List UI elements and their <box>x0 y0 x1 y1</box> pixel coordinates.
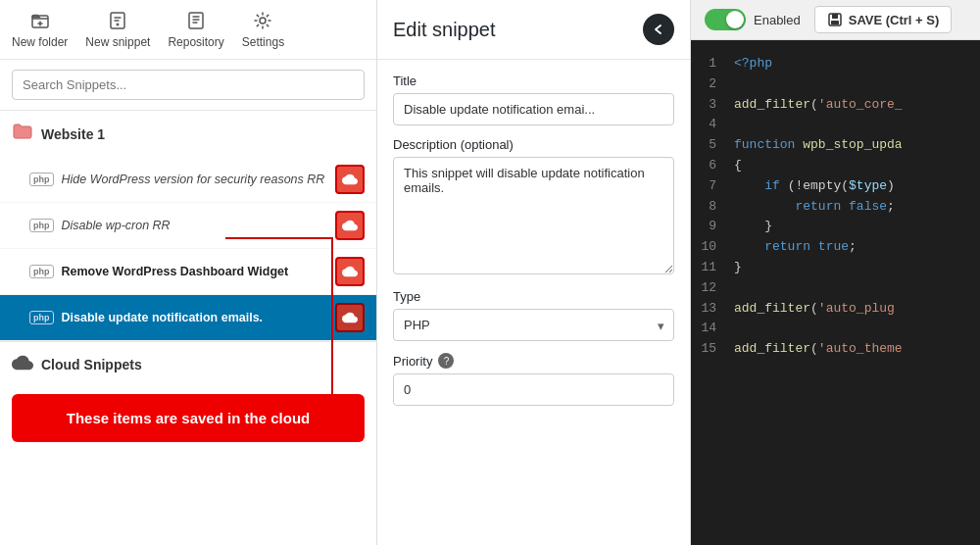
new-snippet-icon <box>107 10 128 31</box>
code-line: { <box>734 156 972 176</box>
toggle-thumb <box>726 11 744 28</box>
php-badge: php <box>29 173 54 186</box>
callout-area: These items are saved in the cloud <box>0 394 376 442</box>
middle-panel: Edit snippet Title Description (optional… <box>377 0 691 545</box>
priority-label-group: Priority ? <box>393 353 674 369</box>
type-field-group: Type PHP HTML CSS JavaScript ▾ <box>393 289 674 341</box>
new-folder-label: New folder <box>12 35 68 49</box>
cloud-icon <box>342 218 358 233</box>
help-icon[interactable]: ? <box>438 353 454 369</box>
code-line <box>734 319 972 339</box>
type-label: Type <box>393 289 674 304</box>
cloud-sync-button[interactable] <box>335 165 365 194</box>
cloud-icon <box>342 310 358 325</box>
toggle-track[interactable] <box>705 9 746 30</box>
php-badge: php <box>29 219 54 232</box>
settings-icon <box>252 10 273 31</box>
toggle-label: Enabled <box>754 13 801 27</box>
code-editor[interactable]: 1 2 3 4 5 6 7 8 9 10 11 12 13 14 15 <?ph… <box>691 40 980 545</box>
code-line: return true; <box>734 237 972 258</box>
settings-label: Settings <box>242 35 284 49</box>
code-line: function wpb_stop_upda <box>734 135 972 156</box>
title-input[interactable] <box>393 93 674 125</box>
callout-text: These items are saved in the cloud <box>67 410 310 426</box>
new-folder-button[interactable]: New folder <box>12 10 68 49</box>
connector-line-horizontal <box>225 237 333 239</box>
new-snippet-button[interactable]: New snippet <box>85 10 150 49</box>
save-label: SAVE (Ctrl + S) <box>849 13 940 27</box>
description-field-group: Description (optional) This snippet will… <box>393 137 674 277</box>
snippet-label: Remove WordPress Dashboard Widget <box>62 265 332 278</box>
code-line <box>734 278 972 299</box>
cloud-sync-button[interactable] <box>335 257 365 286</box>
repository-button[interactable]: Repository <box>168 10 223 49</box>
code-line: <?php <box>734 54 972 74</box>
priority-input[interactable] <box>393 373 674 406</box>
code-line: } <box>734 258 972 278</box>
code-line: add_filter('auto_theme <box>734 339 972 360</box>
svg-point-4 <box>650 21 667 38</box>
code-line <box>734 74 972 95</box>
svg-rect-7 <box>831 21 839 25</box>
description-textarea[interactable]: This snippet will disable update notific… <box>393 157 674 274</box>
cloud-icon <box>342 172 358 187</box>
editor-toolbar: Enabled SAVE (Ctrl + S) <box>691 0 980 40</box>
snippet-item-active[interactable]: php Disable update notification emails. <box>0 295 376 341</box>
site-header: Website 1 <box>0 111 376 157</box>
priority-field-group: Priority ? <box>393 353 674 406</box>
save-button[interactable]: SAVE (Ctrl + S) <box>814 6 953 33</box>
code-line: add_filter('auto_plug <box>734 299 972 320</box>
folder-icon <box>12 121 33 147</box>
edit-header: Edit snippet <box>377 0 690 60</box>
repository-label: Repository <box>168 35 223 49</box>
snippet-label: Hide WordPress version for security reas… <box>62 173 332 186</box>
callout-box: These items are saved in the cloud <box>12 394 365 442</box>
new-snippet-label: New snippet <box>85 35 150 49</box>
type-select-wrapper: PHP HTML CSS JavaScript ▾ <box>393 309 674 341</box>
toggle-switch[interactable]: Enabled <box>705 9 801 30</box>
snippet-item[interactable]: php Remove WordPress Dashboard Widget <box>0 249 376 295</box>
site-name: Website 1 <box>41 126 105 142</box>
snippet-item[interactable]: php Hide WordPress version for security … <box>0 157 376 203</box>
left-panel: New folder New snippet Repository <box>0 0 377 545</box>
type-select[interactable]: PHP HTML CSS JavaScript <box>393 309 674 341</box>
code-line: } <box>734 217 972 237</box>
code-line <box>734 115 972 135</box>
line-numbers: 1 2 3 4 5 6 7 8 9 10 11 12 13 14 15 <box>691 40 726 545</box>
title-field-label: Title <box>393 74 674 88</box>
cloud-section-label: Cloud Snippets <box>41 357 142 372</box>
edit-title: Edit snippet <box>393 19 635 41</box>
back-button[interactable] <box>643 14 674 45</box>
code-content: <?php add_filter('auto_core_ function wp… <box>726 40 980 545</box>
cloud-section-icon <box>12 352 33 376</box>
snippet-label: Disable wp-cron RR <box>62 219 332 232</box>
cloud-sync-button[interactable] <box>335 211 365 240</box>
php-badge: php <box>29 311 54 324</box>
priority-label: Priority <box>393 354 432 369</box>
search-bar <box>0 60 376 111</box>
svg-rect-2 <box>189 13 203 28</box>
right-panel: Enabled SAVE (Ctrl + S) 1 2 3 4 5 6 7 8 … <box>691 0 980 545</box>
code-line: return false; <box>734 197 972 218</box>
connector-line-vertical <box>331 237 333 394</box>
cloud-section-header: Cloud Snippets <box>0 341 376 386</box>
cloud-sync-button-active[interactable] <box>335 303 365 332</box>
svg-point-3 <box>260 18 266 24</box>
repository-icon <box>185 10 207 31</box>
snippet-label-active: Disable update notification emails. <box>62 311 332 324</box>
settings-button[interactable]: Settings <box>242 10 284 49</box>
save-icon <box>827 12 843 27</box>
php-badge: php <box>29 265 54 278</box>
snippets-list: Website 1 php Hide WordPress version for… <box>0 111 376 545</box>
cloud-icon <box>342 264 358 279</box>
snippet-item[interactable]: php Disable wp-cron RR <box>0 203 376 249</box>
edit-body: Title Description (optional) This snippe… <box>377 60 690 545</box>
svg-rect-6 <box>832 14 838 19</box>
toolbar: New folder New snippet Repository <box>0 0 376 60</box>
title-field-group: Title <box>393 74 674 125</box>
code-line: if (!empty($type) <box>734 176 972 197</box>
search-input[interactable] <box>12 70 365 100</box>
code-line: add_filter('auto_core_ <box>734 95 972 116</box>
new-folder-icon <box>29 10 51 31</box>
description-label: Description (optional) <box>393 137 674 152</box>
